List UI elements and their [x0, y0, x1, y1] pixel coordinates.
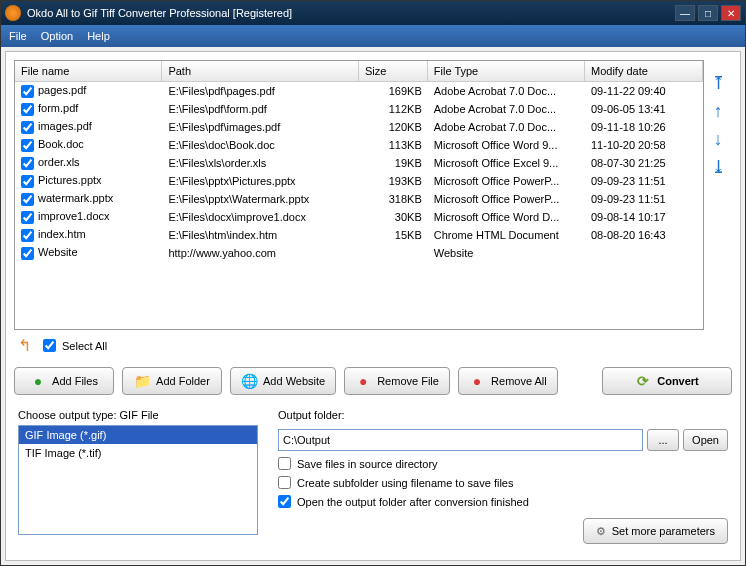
open-after-row: Open the output folder after conversion …	[278, 495, 728, 508]
row-type: Microsoft Office Excel 9...	[428, 156, 585, 170]
titlebar: Okdo All to Gif Tiff Converter Professio…	[1, 1, 745, 25]
row-path: http://www.yahoo.com	[162, 246, 358, 260]
row-size: 120KB	[359, 120, 428, 134]
row-date: 09-11-18 10:26	[585, 120, 703, 134]
convert-button[interactable]: ⟳Convert	[602, 367, 732, 395]
row-checkbox[interactable]	[21, 247, 34, 260]
row-checkbox[interactable]	[21, 85, 34, 98]
output-type-option[interactable]: TIF Image (*.tif)	[19, 444, 257, 462]
row-path: E:\Files\pptx\Watermark.pptx	[162, 192, 358, 206]
row-path: E:\Files\doc\Book.doc	[162, 138, 358, 152]
minimize-button[interactable]: —	[675, 5, 695, 21]
row-date: 09-09-23 11:51	[585, 174, 703, 188]
row-path: E:\Files\xls\order.xls	[162, 156, 358, 170]
row-type: Microsoft Office PowerP...	[428, 192, 585, 206]
table-row[interactable]: watermark.pptxE:\Files\pptx\Watermark.pp…	[15, 190, 703, 208]
open-after-label: Open the output folder after conversion …	[297, 496, 529, 508]
browse-button[interactable]: ...	[647, 429, 679, 451]
row-path: E:\Files\pptx\Pictures.pptx	[162, 174, 358, 188]
table-row[interactable]: form.pdfE:\Files\pdf\form.pdf112KBAdobe …	[15, 100, 703, 118]
col-header-name[interactable]: File name	[15, 61, 162, 81]
save-in-source-checkbox[interactable]	[278, 457, 291, 470]
row-checkbox[interactable]	[21, 193, 34, 206]
row-type: Microsoft Office PowerP...	[428, 174, 585, 188]
save-in-source-label: Save files in source directory	[297, 458, 438, 470]
create-subfolder-checkbox[interactable]	[278, 476, 291, 489]
file-table: File name Path Size File Type Modify dat…	[14, 60, 704, 330]
row-date	[585, 252, 703, 254]
row-checkbox[interactable]	[21, 121, 34, 134]
select-all-row: ↰ Select All	[14, 330, 732, 361]
table-row[interactable]: pages.pdfE:\Files\pdf\pages.pdf169KBAdob…	[15, 82, 703, 100]
minus-icon: ●	[355, 373, 371, 389]
remove-all-icon: ●	[469, 373, 485, 389]
action-button-row: ●Add Files 📁Add Folder 🌐Add Website ●Rem…	[14, 361, 732, 401]
row-date: 08-08-20 16:43	[585, 228, 703, 242]
bottom-panel: Choose output type: GIF File GIF Image (…	[14, 401, 732, 552]
folder-icon: 📁	[134, 373, 150, 389]
row-date: 11-10-20 20:58	[585, 138, 703, 152]
output-folder-label: Output folder:	[278, 409, 728, 421]
output-folder-input[interactable]	[278, 429, 643, 451]
add-folder-button[interactable]: 📁Add Folder	[122, 367, 222, 395]
row-type: Adobe Acrobat 7.0 Doc...	[428, 120, 585, 134]
row-checkbox[interactable]	[21, 229, 34, 242]
row-path: E:\Files\pdf\images.pdf	[162, 120, 358, 134]
table-row[interactable]: index.htmE:\Files\htm\index.htm15KBChrom…	[15, 226, 703, 244]
open-folder-button[interactable]: Open	[683, 429, 728, 451]
globe-icon: 🌐	[241, 373, 257, 389]
row-date: 08-07-30 21:25	[585, 156, 703, 170]
menu-help[interactable]: Help	[87, 30, 110, 42]
col-header-date[interactable]: Modify date	[585, 61, 703, 81]
row-size: 113KB	[359, 138, 428, 152]
set-more-parameters-button[interactable]: ⚙ Set more parameters	[583, 518, 728, 544]
select-all-checkbox[interactable]	[43, 339, 56, 352]
output-type-list[interactable]: GIF Image (*.gif)TIF Image (*.tif)	[18, 425, 258, 535]
row-checkbox[interactable]	[21, 211, 34, 224]
output-folder-row: ... Open	[278, 429, 728, 451]
row-path: E:\Files\pdf\form.pdf	[162, 102, 358, 116]
content-area: File name Path Size File Type Modify dat…	[5, 51, 741, 561]
menu-file[interactable]: File	[9, 30, 27, 42]
table-row[interactable]: Websitehttp://www.yahoo.comWebsite	[15, 244, 703, 262]
params-btn-row: ⚙ Set more parameters	[278, 518, 728, 544]
table-row[interactable]: images.pdfE:\Files\pdf\images.pdf120KBAd…	[15, 118, 703, 136]
row-checkbox[interactable]	[21, 139, 34, 152]
remove-file-button[interactable]: ●Remove File	[344, 367, 450, 395]
output-type-label: Choose output type: GIF File	[18, 409, 258, 421]
output-type-option[interactable]: GIF Image (*.gif)	[19, 426, 257, 444]
reorder-controls: ⤒ ↑ ↓ ⤓	[704, 60, 732, 330]
maximize-button[interactable]: □	[698, 5, 718, 21]
col-header-size[interactable]: Size	[359, 61, 428, 81]
select-all-label: Select All	[62, 340, 107, 352]
add-website-button[interactable]: 🌐Add Website	[230, 367, 336, 395]
col-header-path[interactable]: Path	[162, 61, 358, 81]
row-date: 09-06-05 13:41	[585, 102, 703, 116]
add-files-button[interactable]: ●Add Files	[14, 367, 114, 395]
move-down-icon[interactable]: ↓	[714, 130, 723, 148]
table-row[interactable]: Book.docE:\Files\doc\Book.doc113KBMicros…	[15, 136, 703, 154]
row-checkbox[interactable]	[21, 103, 34, 116]
menu-option[interactable]: Option	[41, 30, 73, 42]
table-row[interactable]: Pictures.pptxE:\Files\pptx\Pictures.pptx…	[15, 172, 703, 190]
row-checkbox[interactable]	[21, 157, 34, 170]
table-body: pages.pdfE:\Files\pdf\pages.pdf169KBAdob…	[15, 82, 703, 329]
move-bottom-icon[interactable]: ⤓	[711, 158, 726, 176]
move-up-icon[interactable]: ↑	[714, 102, 723, 120]
move-top-icon[interactable]: ⤒	[711, 74, 726, 92]
remove-all-button[interactable]: ●Remove All	[458, 367, 558, 395]
row-size: 30KB	[359, 210, 428, 224]
col-header-type[interactable]: File Type	[428, 61, 585, 81]
close-button[interactable]: ✕	[721, 5, 741, 21]
row-checkbox[interactable]	[21, 175, 34, 188]
row-size: 19KB	[359, 156, 428, 170]
open-after-checkbox[interactable]	[278, 495, 291, 508]
app-icon	[5, 5, 21, 21]
row-path: E:\Files\htm\index.htm	[162, 228, 358, 242]
create-subfolder-label: Create subfolder using filename to save …	[297, 477, 513, 489]
main-window: Okdo All to Gif Tiff Converter Professio…	[0, 0, 746, 566]
table-row[interactable]: order.xlsE:\Files\xls\order.xls19KBMicro…	[15, 154, 703, 172]
row-size: 193KB	[359, 174, 428, 188]
row-type: Adobe Acrobat 7.0 Doc...	[428, 84, 585, 98]
table-row[interactable]: improve1.docxE:\Files\docx\improve1.docx…	[15, 208, 703, 226]
